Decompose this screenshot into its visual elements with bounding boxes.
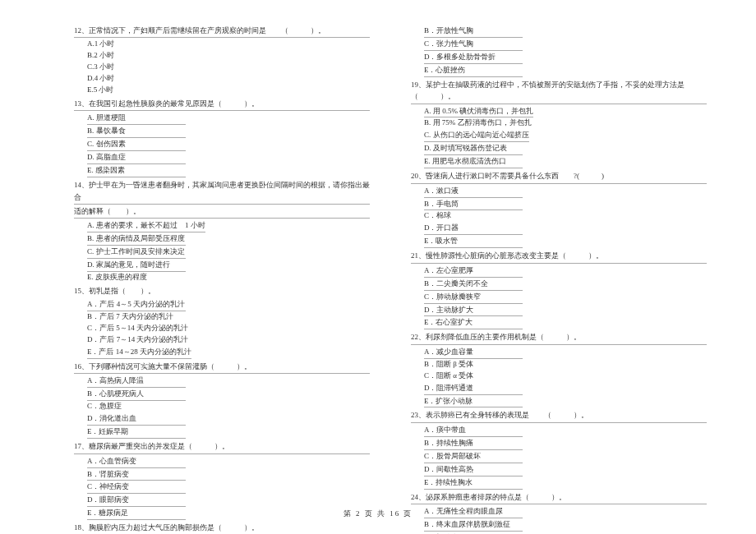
- question-title-line2: 适的解释（ ）。: [74, 205, 370, 219]
- option-c: C. 创伤因素: [87, 139, 186, 151]
- option-e: E．吸水管: [424, 236, 523, 248]
- option-e: E. 皮肤疾患的程度: [74, 272, 370, 283]
- option-c: C．股骨局部破坏: [424, 451, 523, 463]
- option-a: A．减少血容量: [424, 347, 523, 359]
- option-c: C．张力性气胸: [424, 39, 523, 51]
- option-c: C．产后 5～14 天内分泌的乳汁: [74, 323, 370, 334]
- question-12: 12、正常情况下，产妇顺产后需继续留在产房观察的时间是 （ ）。 A.1 小时 …: [74, 25, 370, 96]
- option-e: E．妊娠早期: [87, 426, 186, 439]
- option-d: D. 及时填写锐器伤登记表: [424, 143, 523, 155]
- question-14: 14、护士甲在为一昏迷患者翻身时，其家属询问患者更换卧位间隔时间的根据，请你指出…: [74, 179, 370, 283]
- option-d: D．消化道出血: [87, 413, 186, 426]
- question-19: 19、某护士在抽吸药液的过程中，不慎被掰开的安瓿划伤了手指，不妥的处理方法是（ …: [411, 79, 707, 168]
- option-e: E.5 小时: [74, 85, 370, 96]
- question-title: 17、糖尿病最严重突出的并发症是（ ）。: [74, 440, 370, 453]
- question-title: 15、初乳是指（ ）。: [74, 285, 370, 297]
- question-23: 23、表示肺癌已有全身转移的表现是 （ ）。 A．痰中带血 B．持续性胸痛 C．…: [411, 409, 707, 489]
- question-title: 23、表示肺癌已有全身转移的表现是 （ ）。: [411, 409, 707, 422]
- option-d: D．主动脉扩大: [424, 305, 523, 317]
- option-b: B．肾脏病变: [87, 469, 186, 481]
- page-footer: 第 2 页 共 16 页: [0, 509, 756, 519]
- option-c: C. 护士工作时间及安排来决定: [87, 246, 186, 259]
- option-c: C.3 小时: [74, 62, 370, 73]
- question-title: 18、胸膜腔内压力超过大气压的胸部损伤是（ ）。: [74, 522, 370, 534]
- option-b: B. 用 75% 乙醇消毒伤口，并包扎: [411, 117, 707, 129]
- option-d: D．多根多处肋骨骨折: [424, 52, 523, 64]
- option-a: A. 患者的要求，最长不超过 1 小时: [87, 220, 205, 232]
- option-d: D．阻滞钙通道: [424, 383, 523, 395]
- option-b: B．产后 7 天内分泌的乳汁: [74, 311, 370, 323]
- option-b: B．终末血尿伴膀胱刺激征: [424, 519, 523, 532]
- option-d: D.4 小时: [74, 73, 370, 85]
- option-a: A．心血管病变: [87, 456, 186, 468]
- question-13: 13、在我国引起急性胰腺炎的最常见原因是（ ）。 A. 胆道梗阻 B. 暴饮暴食…: [74, 98, 370, 177]
- question-18: 18、胸膜腔内压力超过大气压的胸部损伤是（ ）。 A．闭合性气胸: [74, 522, 370, 534]
- right-column: B．开放性气胸 C．张力性气胸 D．多根多处肋骨骨折 E．心脏挫伤 19、某护士…: [411, 25, 707, 534]
- option-a: A．高热病人降温: [87, 375, 186, 388]
- question-20: 20、昏迷病人进行漱口时不需要具备什么东西 ?( ) A．漱口液 B．手电筒 C…: [411, 170, 707, 248]
- option-c: C．急腹症: [74, 401, 370, 412]
- question-title: 24、泌尿系肿瘤患者排尿的特点是（ ）。: [411, 491, 707, 504]
- option-e: E. 感染因素: [87, 165, 186, 177]
- question-title: 16、下列哪种情况可实施大量不保留灌肠（ ）。: [74, 361, 370, 374]
- option-b: B．阻断 β 受体: [411, 359, 707, 371]
- question-21: 21、慢性肺源性心脏病的心脏形态改变主要是（ ）。 A．左心室肥厚 B．二尖瓣关…: [411, 250, 707, 329]
- left-column: 12、正常情况下，产妇顺产后需继续留在产房观察的时间是 （ ）。 A.1 小时 …: [74, 25, 370, 534]
- option-e: E. 用肥皂水彻底清洗伤口: [424, 156, 523, 168]
- option-e: E．持续性胸水: [424, 477, 523, 490]
- question-18-continued: B．开放性气胸 C．张力性气胸 D．多根多处肋骨骨折 E．心脏挫伤: [411, 25, 707, 77]
- option-e: E．产后 14～28 天内分泌的乳汁: [87, 347, 191, 359]
- option-c: C．神经病变: [87, 481, 186, 494]
- question-title-line1: 14、护士甲在为一昏迷患者翻身时，其家属询问患者更换卧位间隔时间的根据，请你指出…: [74, 179, 370, 205]
- option-d: D．产后 7～14 天内分泌的乳汁: [74, 334, 370, 346]
- option-a: A. 用 0.5% 碘伏消毒伤口，并包扎: [424, 106, 533, 118]
- option-d: D. 高脂血症: [87, 152, 186, 164]
- option-d: D．间歇性高热: [424, 464, 523, 476]
- option-a: A.1 小时: [74, 39, 370, 50]
- option-d: D．眼部病变: [87, 495, 186, 507]
- option-a: A．痰中带血: [424, 425, 523, 437]
- question-22: 22、利尿剂降低血压的主要作用机制是（ ）。 A．减少血容量 B．阻断 β 受体…: [411, 331, 707, 407]
- option-b: B．持续性胸痛: [424, 438, 523, 450]
- option-a: A．产后 4～5 天内分泌的乳汁: [87, 299, 186, 311]
- option-e: E．扩张小动脉: [424, 396, 523, 408]
- option-c: C．肺动脉瓣狭窄: [424, 292, 523, 304]
- question-16: 16、下列哪种情况可实施大量不保留灌肠（ ）。 A．高热病人降温 B．心肌梗死病…: [74, 361, 370, 439]
- option-b: B．二尖瓣关闭不全: [424, 279, 523, 291]
- option-e: E．心脏挫伤: [424, 65, 523, 77]
- question-title: 13、在我国引起急性胰腺炎的最常见原因是（ ）。: [74, 98, 370, 111]
- option-b: B．心肌梗死病人: [87, 389, 186, 401]
- option-a: A. 胆道梗阻: [87, 113, 186, 125]
- option-b: B．手电筒: [424, 199, 523, 211]
- option-d: D. 家属的意见，随时进行: [87, 260, 186, 272]
- option-c: C．阻断 α 受体: [411, 371, 707, 382]
- option-d: D．开口器: [424, 223, 523, 235]
- option-a: A．左心室肥厚: [424, 265, 523, 278]
- option-b: B. 患者的病情及局部受压程度: [87, 233, 186, 246]
- two-column-layout: 12、正常情况下，产妇顺产后需继续留在产房观察的时间是 （ ）。 A.1 小时 …: [74, 25, 707, 534]
- question-15: 15、初乳是指（ ）。 A．产后 4～5 天内分泌的乳汁 B．产后 7 天内分泌…: [74, 285, 370, 359]
- option-b: B. 暴饮暴食: [87, 126, 186, 138]
- question-title: 20、昏迷病人进行漱口时不需要具备什么东西 ?( ): [411, 170, 707, 183]
- option-c: C．棉球: [411, 210, 707, 222]
- question-title: 12、正常情况下，产妇顺产后需继续留在产房观察的时间是 （ ）。: [74, 25, 370, 38]
- option-c: C. 从伤口的远心端向近心端挤压: [424, 130, 529, 142]
- option-a: A．漱口液: [424, 186, 523, 198]
- option-e: E．右心室扩大: [424, 317, 523, 329]
- question-title: 21、慢性肺源性心脏病的心脏形态改变主要是（ ）。: [411, 250, 707, 263]
- option-b: B．开放性气胸: [424, 25, 523, 38]
- question-title: 22、利尿剂降低血压的主要作用机制是（ ）。: [411, 331, 707, 344]
- option-b: B.2 小时: [74, 50, 370, 62]
- question-title: 19、某护士在抽吸药液的过程中，不慎被掰开的安瓿划伤了手指，不妥的处理方法是（ …: [411, 79, 707, 104]
